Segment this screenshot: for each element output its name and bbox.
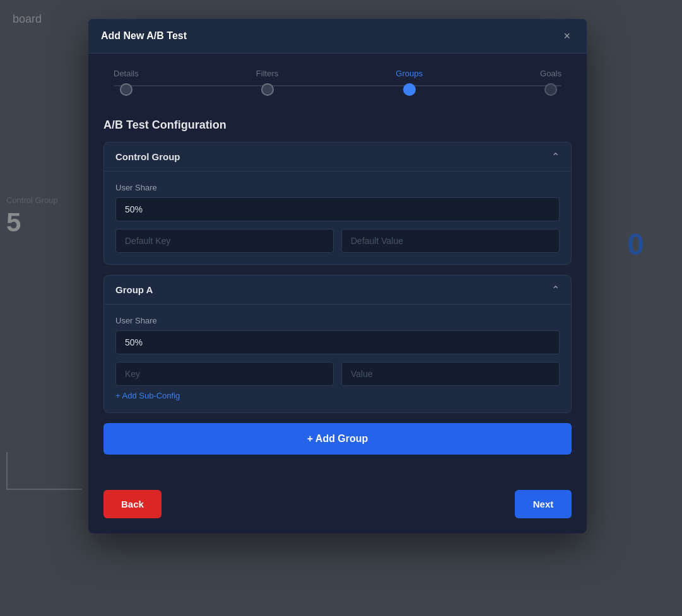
back-button[interactable]: Back	[103, 490, 162, 518]
modal-footer: Back Next	[88, 480, 587, 533]
modal-title: Add New A/B Test	[101, 30, 187, 42]
control-group-header: Control Group ⌃	[104, 142, 571, 171]
group-a-key-input[interactable]	[115, 362, 334, 386]
control-group-title: Control Group	[115, 151, 180, 162]
step-filters-label: Filters	[256, 69, 278, 78]
add-group-button[interactable]: + Add Group	[103, 423, 572, 455]
step-groups[interactable]: Groups	[396, 69, 423, 96]
control-group-user-share-input[interactable]	[115, 197, 560, 221]
step-details-label: Details	[114, 69, 139, 78]
stepper: Details Filters Groups Goals	[88, 54, 587, 106]
step-goals-dot	[544, 83, 557, 96]
step-details-dot	[120, 83, 132, 96]
stepper-steps: Details Filters Groups Goals	[114, 69, 561, 96]
step-goals-label: Goals	[540, 69, 561, 78]
control-group-key-value-row	[115, 229, 560, 253]
group-a-header: Group A ⌃	[104, 276, 571, 305]
control-group-default-value-input[interactable]	[341, 229, 560, 253]
step-goals[interactable]: Goals	[540, 69, 561, 96]
group-a-body: User Share + Add Sub-Config	[104, 305, 571, 412]
group-a-card: Group A ⌃ User Share + Add Sub-Config	[103, 275, 572, 413]
control-group-user-share-label: User Share	[115, 183, 560, 192]
next-button[interactable]: Next	[515, 490, 572, 518]
add-sub-config-button[interactable]: + Add Sub-Config	[115, 386, 180, 400]
step-details[interactable]: Details	[114, 69, 139, 96]
control-group-collapse-button[interactable]: ⌃	[551, 152, 560, 162]
step-filters[interactable]: Filters	[256, 69, 278, 96]
control-group-default-key-input[interactable]	[115, 229, 334, 253]
step-groups-dot	[403, 83, 416, 96]
group-a-collapse-button[interactable]: ⌃	[551, 285, 560, 295]
control-group-card: Control Group ⌃ User Share	[103, 142, 572, 265]
group-a-user-share-input[interactable]	[115, 330, 560, 354]
group-a-key-value-row	[115, 362, 560, 386]
group-a-value-input[interactable]	[341, 362, 560, 386]
control-group-body: User Share	[104, 171, 571, 264]
group-a-title: Group A	[115, 284, 153, 295]
step-filters-dot	[261, 83, 274, 96]
section-title: A/B Test Configuration	[103, 119, 572, 132]
modal: Add New A/B Test × Details Filters Group…	[88, 19, 587, 533]
step-groups-label: Groups	[396, 69, 423, 78]
modal-header: Add New A/B Test ×	[88, 19, 587, 54]
close-button[interactable]: ×	[560, 29, 574, 43]
modal-body: A/B Test Configuration Control Group ⌃ U…	[88, 106, 587, 480]
group-a-user-share-label: User Share	[115, 316, 560, 325]
